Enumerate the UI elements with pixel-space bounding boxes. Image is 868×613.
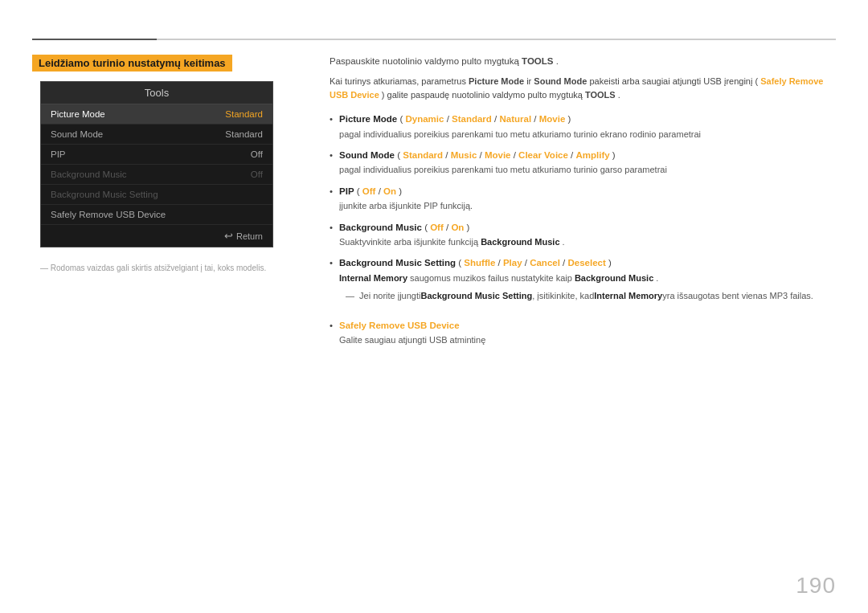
- bullet-title-bg-music-setting: Background Music Setting ( Shuffle / Pla…: [339, 256, 836, 270]
- bullet-content-sound-mode: Sound Mode ( Standard / Music / Movie / …: [339, 149, 836, 177]
- menu-value-background-music: Off: [251, 170, 263, 179]
- bullet-title-safely-remove: Safely Remove USB Device: [339, 319, 836, 333]
- page-number: 190: [796, 573, 836, 599]
- tools-menu-header: Tools: [41, 82, 272, 104]
- intro1-end: .: [556, 56, 559, 66]
- bullet-title-picture-mode: Picture Mode ( Dynamic / Standard / Natu…: [339, 112, 836, 126]
- bullet-bms-open: (: [458, 258, 461, 268]
- intro2-end2: .: [618, 90, 620, 100]
- bullet-bm-open: (: [424, 223, 428, 232]
- bullet-title-pip: PIP ( Off / On ): [339, 185, 836, 198]
- menu-label-safely-remove: Safely Remove USB Device: [51, 210, 166, 219]
- menu-item-background-music-setting: Background Music Setting: [41, 185, 272, 205]
- bullet-list: Picture Mode ( Dynamic / Standard / Natu…: [330, 112, 836, 346]
- menu-item-picture-mode[interactable]: Picture Mode Standard: [41, 104, 272, 125]
- dash-note-bold2: Internal Memory: [594, 289, 662, 303]
- bullet-sub-bms-mid: saugomus muzikos failus nustatykite kaip: [410, 273, 575, 283]
- bullet-content-safely-remove: Safely Remove USB Device Galite saugiau …: [339, 319, 836, 347]
- bullet-bm-close: ): [467, 223, 470, 232]
- bullet-option-off-bm: Off: [430, 223, 444, 232]
- bullet-option-standard-sm: Standard: [403, 150, 443, 160]
- footnote-text: Rodomas vaizdas gali skirtis atsižvelgia…: [51, 264, 266, 272]
- bullet-content-bg-music-setting: Background Music Setting ( Shuffle / Pla…: [339, 256, 836, 310]
- bullet-content-bg-music: Background Music ( Off / On ) Suaktyvink…: [339, 221, 836, 249]
- bullet-sub-bms-internal: Internal Memory: [339, 273, 407, 283]
- bullet-option-movie-sm: Movie: [485, 150, 511, 160]
- bullet-item-safely-remove: Safely Remove USB Device Galite saugiau …: [330, 319, 836, 347]
- bullet-option-movie-pm: Movie: [539, 114, 566, 124]
- intro2-mid1: ir: [526, 76, 534, 86]
- bullet-pip-open: (: [357, 186, 360, 196]
- dash-note-mid: , įsitikinkite, kad: [532, 289, 594, 303]
- bullet-paren-open: (: [399, 114, 403, 124]
- return-arrow-icon: ↩: [224, 230, 233, 242]
- menu-label-picture-mode: Picture Mode: [51, 109, 105, 119]
- bullet-title-bg-music: Background Music ( Off / On ): [339, 221, 836, 235]
- return-button[interactable]: ↩ Return: [224, 230, 263, 242]
- bullet-bold-picture-mode: Picture Mode: [339, 114, 397, 124]
- bullet-option-cancel: Cancel: [530, 258, 560, 268]
- menu-label-background-music-setting: Background Music Setting: [51, 190, 158, 199]
- bullet-item-bg-music: Background Music ( Off / On ) Suaktyvink…: [330, 221, 836, 249]
- bullet-sub-bm-bold: Background Music: [481, 237, 559, 247]
- page-content: Leidžiamo turinio nustatymų keitimas Too…: [32, 55, 836, 581]
- bullet-option-on-bm: On: [451, 223, 464, 232]
- left-column: Leidžiamo turinio nustatymų keitimas Too…: [32, 55, 305, 272]
- bullet-bold-sound-mode: Sound Mode: [339, 150, 395, 160]
- menu-value-pip: Off: [251, 149, 263, 159]
- top-accent-line: [32, 39, 157, 40]
- menu-item-background-music: Background Music Off: [41, 165, 272, 185]
- menu-item-pip[interactable]: PIP Off: [41, 145, 272, 165]
- intro2-bold2: Sound Mode: [534, 76, 587, 86]
- intro-paragraph-2: Kai turinys atkuriamas, parametrus Pictu…: [330, 75, 836, 101]
- bullet-option-standard-pm: Standard: [452, 114, 492, 124]
- bullet-bold-safely-remove: Safely Remove USB Device: [339, 321, 460, 330]
- intro-paragraph-1: Paspauskite nuotolinio valdymo pulto myg…: [330, 55, 836, 68]
- bullet-sub-bm-end: .: [563, 237, 565, 247]
- bullet-option-play: Play: [503, 258, 522, 268]
- bullet-item-bg-music-setting: Background Music Setting ( Shuffle / Pla…: [330, 256, 836, 310]
- bullet-pip-close: ): [399, 186, 402, 196]
- return-label: Return: [236, 231, 263, 241]
- menu-item-safely-remove[interactable]: Safely Remove USB Device: [41, 205, 272, 225]
- bullet-option-clearvoice-sm: Clear Voice: [518, 150, 568, 160]
- intro1-text: Paspauskite nuotolinio valdymo pulto myg…: [330, 56, 522, 66]
- bullet-option-shuffle: Shuffle: [464, 258, 495, 268]
- menu-value-picture-mode: Standard: [225, 109, 263, 119]
- bullet-paren-close: ): [567, 114, 571, 124]
- bullet-option-deselect: Deselect: [567, 258, 605, 268]
- intro2-end1: ) galite paspaudę nuotolinio valdymo pul…: [382, 90, 585, 100]
- bullet-sm-open: (: [397, 150, 400, 160]
- bullet-sm-close: ): [612, 150, 616, 160]
- bullet-sub-pip: įjunkite arba išjunkite PIP funkciją.: [339, 199, 836, 213]
- intro2-start: Kai turinys atkuriamas, parametrus: [330, 76, 469, 86]
- bullet-sub-bg-music-setting: Internal Memory saugomus muzikos failus …: [339, 272, 836, 285]
- bullet-sub-bms-bgmusic: Background Music: [575, 273, 653, 283]
- intro1-bold: TOOLS: [522, 56, 553, 66]
- bullet-option-dynamic: Dynamic: [406, 114, 444, 124]
- bullet-sub-bm-text: Suaktyvinkite arba išjunkite funkciją: [339, 237, 481, 247]
- bullet-bold-pip: PIP: [339, 186, 354, 196]
- bullet-item-pip: PIP ( Off / On ) įjunkite arba išjunkite…: [330, 185, 836, 213]
- menu-label-background-music: Background Music: [51, 170, 127, 179]
- dash-note-bold1: Background Music Setting: [420, 289, 532, 303]
- intro2-mid2: pakeisti arba saugiai atjungti USB įreng…: [589, 76, 758, 86]
- tools-footer: ↩ Return: [41, 225, 272, 247]
- bullet-bms-close: ): [608, 258, 612, 268]
- bullet-sub-safely-remove: Galite saugiau atjungti USB atmintinę: [339, 333, 836, 347]
- bullet-content-picture-mode: Picture Mode ( Dynamic / Standard / Natu…: [339, 112, 836, 141]
- bullet-bold-bg-music-setting: Background Music Setting: [339, 258, 456, 268]
- bullet-sub-picture-mode: pagal individualius poreikius parenkami …: [339, 128, 836, 141]
- bullet-item-sound-mode: Sound Mode ( Standard / Music / Movie / …: [330, 149, 836, 177]
- footnote: — Rodomas vaizdas gali skirtis atsižvelg…: [32, 264, 305, 272]
- bullet-title-sound-mode: Sound Mode ( Standard / Music / Movie / …: [339, 149, 836, 162]
- bullet-option-natural: Natural: [499, 114, 531, 124]
- bullet-content-pip: PIP ( Off / On ) įjunkite arba išjunkite…: [339, 185, 836, 213]
- menu-item-sound-mode[interactable]: Sound Mode Standard: [41, 125, 272, 145]
- bullet-bold-bg-music: Background Music: [339, 223, 422, 232]
- tools-menu: Tools Picture Mode Standard Sound Mode S…: [40, 81, 273, 247]
- dash-note: Jei norite įjungti Background Music Sett…: [346, 289, 836, 303]
- bullet-item-picture-mode: Picture Mode ( Dynamic / Standard / Natu…: [330, 112, 836, 141]
- footnote-dash: —: [40, 264, 51, 272]
- menu-label-sound-mode: Sound Mode: [51, 129, 103, 139]
